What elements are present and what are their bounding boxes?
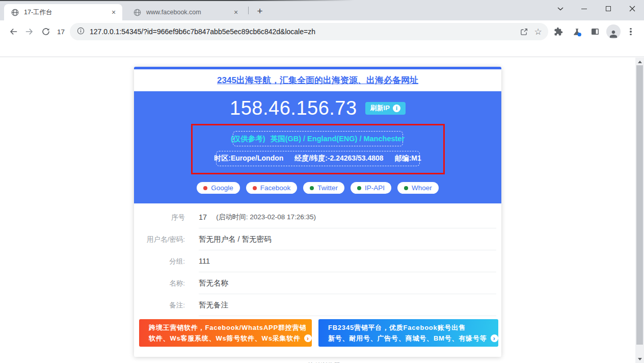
page-content: 2345出海导航，汇集全面的出海资源、出海必备网址 158.46.156.73 … xyxy=(0,58,635,363)
back-button[interactable] xyxy=(5,23,21,40)
browser-window: 17-工作台 × www.facebook.com × + xyxy=(0,0,644,363)
table-row: 序号 17 (启动时间: 2023-02-08 17:26:35) xyxy=(134,206,501,228)
status-dot xyxy=(310,186,314,190)
card-header: 2345出海导航，汇集全面的出海资源、出海必备网址 xyxy=(134,69,501,91)
profile-number-badge: 17 xyxy=(57,28,65,36)
table-row: 分组: 111 xyxy=(134,250,501,272)
postcode-text: 邮编:M1 xyxy=(395,154,421,163)
globe-icon xyxy=(11,9,19,16)
page-scrollbar[interactable] xyxy=(635,58,644,363)
maximize-icon xyxy=(606,6,611,11)
nav-2345-link[interactable]: 2345出海导航，汇集全面的出海资源、出海必备网址 xyxy=(217,74,418,86)
status-dot xyxy=(253,186,257,190)
tab-title: www.facebook.com xyxy=(146,9,231,16)
status-dot xyxy=(404,186,408,190)
table-row: 名称: 暂无名称 xyxy=(134,272,501,294)
person-icon xyxy=(608,29,619,39)
window-controls xyxy=(548,0,644,17)
table-row: 备注: 暂无备注 xyxy=(134,294,501,316)
info-icon[interactable]: i xyxy=(393,105,400,112)
ad-banner-row: 跨境王营销软件，Facebook/WhatsAPP群控营销 软件、Ws客服系统、… xyxy=(134,316,501,357)
ip-panel: 158.46.156.73 刷新IP i (仅供参考) 英国(GB) / Eng… xyxy=(134,91,501,203)
minimize-button[interactable] xyxy=(572,0,596,17)
new-tab-button[interactable]: + xyxy=(253,5,266,18)
address-bar[interactable]: 127.0.0.1:54345/?id=966ef9b6c7b847abb5e5… xyxy=(70,23,548,40)
scroll-down-button[interactable] xyxy=(635,355,644,363)
maximize-button[interactable] xyxy=(596,0,620,17)
browser-menu-kebab-icon[interactable] xyxy=(623,23,639,40)
forward-button[interactable] xyxy=(21,23,38,40)
tab-close-icon[interactable]: × xyxy=(109,8,118,17)
profile-avatar[interactable] xyxy=(606,24,621,39)
close-window-button[interactable] xyxy=(620,0,644,17)
window-top-edge xyxy=(0,0,644,1)
status-dot xyxy=(203,186,207,190)
table-row: 用户名/密码: 暂无用户名 / 暂无密码 xyxy=(134,228,501,250)
url-text[interactable]: 127.0.0.1:54345/?id=966ef9b6c7b847abb5e5… xyxy=(90,28,517,36)
chevron-down-icon[interactable] xyxy=(548,0,572,17)
reference-note: (仅供参考) xyxy=(231,134,265,144)
minimize-icon xyxy=(581,9,587,9)
share-icon[interactable] xyxy=(517,24,531,39)
workbench-card: 2345出海导航，汇集全面的出海资源、出海必备网址 158.46.156.73 … xyxy=(134,67,501,357)
profile-info-table: 序号 17 (启动时间: 2023-02-08 17:26:35) 用户名/密码… xyxy=(134,203,501,316)
tab-facebook[interactable]: www.facebook.com × xyxy=(126,4,245,20)
tab-divider xyxy=(248,7,249,14)
close-icon xyxy=(629,6,635,12)
site-shortcut-row: Google Facebook Twitter IP-API xyxy=(134,182,501,194)
reload-button[interactable] xyxy=(38,23,54,40)
geo-highlight-box: (仅供参考) 英国(GB) / England(ENG) / Mancheste… xyxy=(191,124,445,174)
refresh-ip-button[interactable]: 刷新IP i xyxy=(365,102,406,115)
ip-api-button[interactable]: IP-API xyxy=(351,182,391,194)
marketing-banner-orange[interactable]: 跨境王营销软件，Facebook/WhatsAPP群控营销 软件、Ws客服系统、… xyxy=(139,319,312,347)
globe-icon xyxy=(133,9,141,16)
scrollbar-thumb[interactable] xyxy=(636,65,643,345)
status-dot xyxy=(357,186,361,190)
google-button[interactable]: Google xyxy=(197,182,240,194)
flask-extension-icon[interactable] xyxy=(569,23,585,40)
timezone-pill: 时区:Europe/London 经度/纬度:-2.24263/53.4808 … xyxy=(216,151,420,166)
browser-toolbar: 17 127.0.0.1:54345/?id=966ef9b6c7b847abb… xyxy=(0,20,644,57)
tab-strip: 17-工作台 × www.facebook.com × + xyxy=(0,0,644,20)
side-panel-icon[interactable] xyxy=(587,23,603,40)
extensions-puzzle-icon[interactable] xyxy=(550,23,567,40)
arrow-circle-icon: › xyxy=(304,334,312,342)
scroll-up-button[interactable] xyxy=(635,58,644,66)
tab-workbench[interactable]: 17-工作台 × xyxy=(4,4,122,20)
arrow-circle-icon: › xyxy=(491,334,498,342)
facebook-button[interactable]: Facebook xyxy=(246,182,297,194)
bookmark-star-icon[interactable]: ☆ xyxy=(531,24,545,39)
location-text: 英国(GB) / England(ENG) / Manchester xyxy=(271,134,405,144)
twitter-button[interactable]: Twitter xyxy=(303,182,344,194)
tab-close-icon[interactable]: × xyxy=(231,8,240,17)
timezone-text: 时区:Europe/London xyxy=(214,154,283,163)
whoer-button[interactable]: Whoer xyxy=(397,182,439,194)
ip-address: 158.46.156.73 xyxy=(230,97,357,119)
marketing-banner-blue[interactable]: FB2345营销平台，优质Facebook账号出售 新号、耐用号、广告号、商城号… xyxy=(318,319,498,347)
location-pill: (仅供参考) 英国(GB) / England(ENG) / Mancheste… xyxy=(233,131,403,146)
tab-title: 17-工作台 xyxy=(24,8,109,17)
site-info-icon[interactable] xyxy=(77,27,85,37)
latlng-text: 经度/纬度:-2.24263/53.4808 xyxy=(294,154,383,163)
